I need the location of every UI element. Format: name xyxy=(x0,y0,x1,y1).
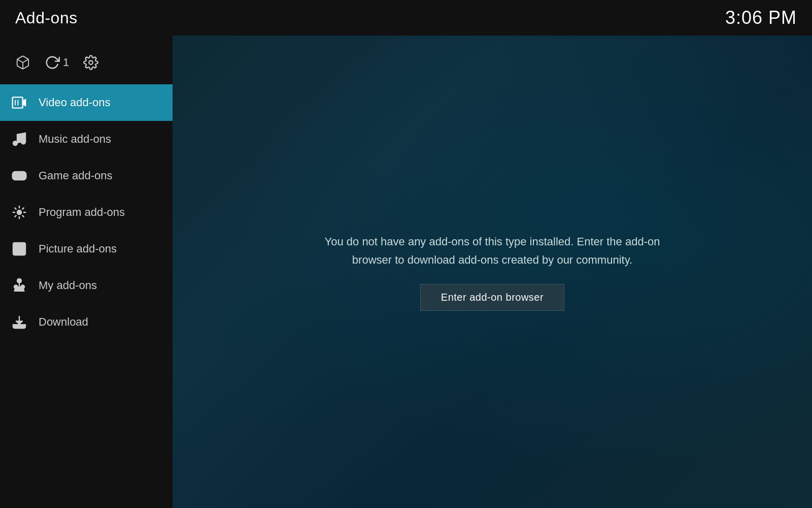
empty-state-text: You do not have any add-ons of this type… xyxy=(315,233,670,268)
svg-rect-7 xyxy=(13,172,26,180)
header: Add-ons 3:06 PM xyxy=(0,0,812,36)
content-area: You do not have any add-ons of this type… xyxy=(173,36,812,508)
svg-point-12 xyxy=(16,245,18,247)
svg-point-5 xyxy=(13,141,17,145)
game-icon xyxy=(10,167,28,185)
svg-point-6 xyxy=(21,140,25,144)
picture-icon xyxy=(10,240,28,258)
empty-state-message: You do not have any add-ons of this type… xyxy=(315,233,670,310)
my-addons-label: My add-ons xyxy=(39,279,97,292)
gear-icon xyxy=(83,55,98,70)
video-icon xyxy=(10,93,28,112)
toolbar: 1 xyxy=(0,41,173,84)
program-icon xyxy=(10,203,28,221)
refresh-icon xyxy=(45,55,60,70)
sidebar-item-music-addons[interactable]: Music add-ons xyxy=(0,121,173,157)
enter-addon-browser-button[interactable]: Enter add-on browser xyxy=(420,284,564,311)
page-title: Add-ons xyxy=(15,9,78,27)
svg-point-13 xyxy=(17,279,21,283)
picture-addons-label: Picture add-ons xyxy=(39,242,117,256)
settings-button[interactable] xyxy=(83,55,98,70)
sidebar-item-game-addons[interactable]: Game add-ons xyxy=(0,157,173,194)
main-layout: 1 Video add-ons xyxy=(0,36,812,508)
sidebar: 1 Video add-ons xyxy=(0,36,173,508)
music-icon xyxy=(10,130,28,148)
sidebar-item-program-addons[interactable]: Program add-ons xyxy=(0,194,173,231)
game-addons-label: Game add-ons xyxy=(39,169,113,182)
svg-point-15 xyxy=(21,285,24,289)
addon-manager-button[interactable] xyxy=(15,55,30,70)
program-addons-label: Program add-ons xyxy=(39,206,125,219)
refresh-button[interactable]: 1 xyxy=(45,55,69,70)
my-addons-icon xyxy=(10,276,28,295)
svg-point-9 xyxy=(22,176,23,177)
sidebar-item-picture-addons[interactable]: Picture add-ons xyxy=(0,231,173,267)
svg-point-1 xyxy=(89,60,93,65)
download-icon xyxy=(10,313,28,331)
music-addons-label: Music add-ons xyxy=(39,133,111,146)
addon-box-icon xyxy=(15,55,30,70)
svg-point-14 xyxy=(14,285,18,289)
refresh-count: 1 xyxy=(63,56,69,69)
sidebar-item-my-addons[interactable]: My add-ons xyxy=(0,267,173,304)
svg-point-10 xyxy=(17,210,21,214)
clock-display: 3:06 PM xyxy=(725,7,797,28)
download-label: Download xyxy=(39,315,88,329)
sidebar-item-video-addons[interactable]: Video add-ons xyxy=(0,84,173,121)
sidebar-item-download[interactable]: Download xyxy=(0,304,173,340)
video-addons-label: Video add-ons xyxy=(39,96,111,109)
